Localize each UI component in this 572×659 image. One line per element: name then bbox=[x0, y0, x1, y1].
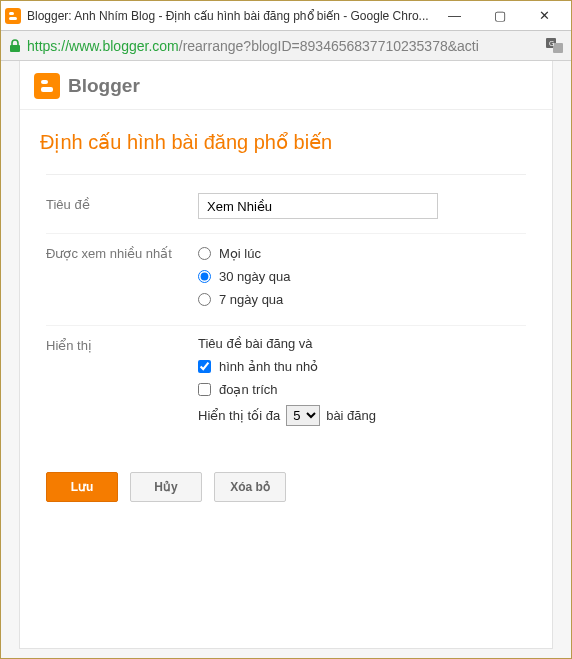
checkbox-snippet-input[interactable] bbox=[198, 383, 211, 396]
radio-all-time-label: Mọi lúc bbox=[219, 246, 261, 261]
url-text: https://www.blogger.com/rearrange?blogID… bbox=[27, 38, 545, 54]
content-area: Blogger Định cấu hình bài đăng phổ biến … bbox=[1, 61, 571, 658]
checkbox-thumbnail-label: hình ảnh thu nhỏ bbox=[219, 359, 318, 374]
page-title: Định cấu hình bài đăng phổ biến bbox=[20, 118, 552, 174]
radio-7-days-input[interactable] bbox=[198, 293, 211, 306]
brand-header: Blogger bbox=[20, 61, 552, 109]
address-bar[interactable]: https://www.blogger.com/rearrange?blogID… bbox=[1, 31, 571, 61]
button-row: Lưu Hủy Xóa bỏ bbox=[20, 460, 552, 514]
title-input[interactable] bbox=[198, 193, 438, 219]
max-posts-line: Hiển thị tối đa 5 bài đăng bbox=[198, 401, 526, 426]
svg-text:G: G bbox=[549, 40, 554, 47]
svg-rect-0 bbox=[5, 8, 21, 24]
checkbox-thumbnail[interactable]: hình ảnh thu nhỏ bbox=[198, 355, 526, 378]
cancel-button[interactable]: Hủy bbox=[130, 472, 202, 502]
row-most-viewed: Được xem nhiều nhất Mọi lúc 30 ngày qua bbox=[46, 233, 526, 325]
max-suffix: bài đăng bbox=[326, 408, 376, 423]
save-button[interactable]: Lưu bbox=[46, 472, 118, 502]
titlebar: Blogger: Anh Nhím Blog - Định cấu hình b… bbox=[1, 1, 571, 31]
widget-panel: Blogger Định cấu hình bài đăng phổ biến … bbox=[19, 61, 553, 649]
window-title: Blogger: Anh Nhím Blog - Định cấu hình b… bbox=[27, 9, 432, 23]
remove-button[interactable]: Xóa bỏ bbox=[214, 472, 286, 502]
svg-rect-2 bbox=[9, 17, 17, 20]
close-button[interactable]: ✕ bbox=[522, 2, 567, 30]
blogger-logo-icon bbox=[34, 73, 60, 99]
radio-30-days[interactable]: 30 ngày qua bbox=[198, 265, 526, 288]
radio-7-days[interactable]: 7 ngày qua bbox=[198, 288, 526, 311]
radio-all-time[interactable]: Mọi lúc bbox=[198, 242, 526, 265]
radio-all-time-input[interactable] bbox=[198, 247, 211, 260]
display-heading: Tiêu đề bài đăng và bbox=[198, 334, 526, 355]
svg-rect-8 bbox=[41, 87, 53, 92]
favicon-blogger-icon bbox=[5, 8, 21, 24]
row-title: Tiêu đề bbox=[46, 174, 526, 233]
radio-7-days-label: 7 ngày qua bbox=[219, 292, 283, 307]
url-host: ://www.blogger.com bbox=[57, 38, 178, 54]
svg-rect-5 bbox=[553, 43, 563, 53]
maximize-button[interactable]: ▢ bbox=[477, 2, 522, 30]
label-most-viewed: Được xem nhiều nhất bbox=[46, 242, 198, 261]
radio-30-days-input[interactable] bbox=[198, 270, 211, 283]
max-prefix: Hiển thị tối đa bbox=[198, 408, 280, 423]
translate-icon[interactable]: G bbox=[545, 37, 565, 55]
browser-window: Blogger: Anh Nhím Blog - Định cấu hình b… bbox=[0, 0, 572, 659]
checkbox-thumbnail-input[interactable] bbox=[198, 360, 211, 373]
svg-rect-7 bbox=[41, 80, 48, 84]
lock-icon bbox=[7, 38, 23, 54]
divider bbox=[20, 109, 552, 110]
brand-name: Blogger bbox=[68, 75, 140, 97]
max-posts-select[interactable]: 5 bbox=[286, 405, 320, 426]
url-protocol: https bbox=[27, 38, 57, 54]
window-controls: — ▢ ✕ bbox=[432, 2, 567, 30]
radio-30-days-label: 30 ngày qua bbox=[219, 269, 291, 284]
config-form: Tiêu đề Được xem nhiều nhất Mọi lúc bbox=[20, 174, 552, 460]
label-title: Tiêu đề bbox=[46, 193, 198, 212]
label-display: Hiển thị bbox=[46, 334, 198, 353]
url-path: /rearrange?blogID=8934656837710235378&ac… bbox=[179, 38, 479, 54]
minimize-button[interactable]: — bbox=[432, 2, 477, 30]
svg-rect-3 bbox=[10, 45, 20, 52]
checkbox-snippet[interactable]: đoạn trích bbox=[198, 378, 526, 401]
checkbox-snippet-label: đoạn trích bbox=[219, 382, 278, 397]
svg-rect-1 bbox=[9, 12, 14, 15]
row-display: Hiển thị Tiêu đề bài đăng và hình ảnh th… bbox=[46, 325, 526, 440]
